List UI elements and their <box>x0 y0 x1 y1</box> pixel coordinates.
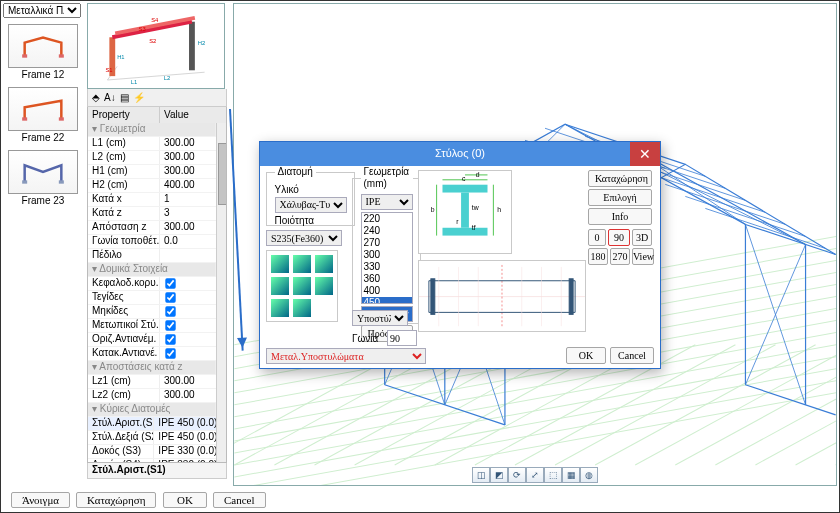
size-option[interactable]: 360 <box>362 273 412 285</box>
prop-row[interactable]: Κατά z3 <box>88 207 216 221</box>
prop-row[interactable]: Δοκός (S4)IPE 330 (0.0) <box>88 459 216 462</box>
prop-row[interactable]: H1 (cm)300.00 <box>88 165 216 179</box>
prop-checkbox[interactable] <box>165 278 175 288</box>
filter-icon[interactable]: ▤ <box>120 92 129 104</box>
frame-thumb-1[interactable] <box>8 24 78 68</box>
prop-row[interactable]: Οριζ.Αντιανέμ. <box>88 333 216 347</box>
quality-select[interactable]: S235(Fe360) <box>266 230 342 246</box>
prop-checkbox[interactable] <box>165 348 175 358</box>
prop-row[interactable]: Δοκός (S3)IPE 330 (0.0) <box>88 445 216 459</box>
support-type-select[interactable]: Υποστύλωμα <box>352 310 408 326</box>
view-tool-6[interactable]: ▦ <box>562 467 580 483</box>
view-tool-7[interactable]: ◍ <box>580 467 598 483</box>
svg-text:H2: H2 <box>198 40 205 46</box>
svg-text:H1: H1 <box>117 54 124 60</box>
save-button[interactable]: Καταχώρηση <box>76 492 156 508</box>
prop-row[interactable]: Μετωπικοί Στύ. <box>88 319 216 333</box>
frame-thumb-3[interactable] <box>8 150 78 194</box>
prop-row[interactable]: L1 (cm)300.00 <box>88 137 216 151</box>
prop-row[interactable]: Lz2 (cm)300.00 <box>88 389 216 403</box>
svg-rect-9 <box>189 22 195 71</box>
size-option[interactable]: 220 <box>362 213 412 225</box>
prop-checkbox[interactable] <box>165 306 175 316</box>
prop-section-geom[interactable]: ▾ Γεωμετρία <box>88 123 216 136</box>
prop-row[interactable]: Πέδιλο <box>88 249 216 263</box>
svg-rect-2 <box>22 117 27 120</box>
prop-checkbox[interactable] <box>165 320 175 330</box>
info-button[interactable]: Info <box>588 208 652 225</box>
view-3d-button[interactable]: 3D <box>632 229 652 246</box>
category-select[interactable]: Μεταλ.Υποστυλώματα <box>266 348 426 364</box>
view-tool-4[interactable]: ⤢ <box>526 467 544 483</box>
prop-checkbox[interactable] <box>165 292 175 302</box>
dialog-close-button[interactable]: ✕ <box>630 142 660 166</box>
svg-rect-0 <box>22 54 27 57</box>
svg-text:h: h <box>497 206 501 213</box>
prop-row[interactable]: Στύλ.Αριστ.(S1)IPE 450 (0.0) <box>88 417 216 431</box>
prop-row[interactable]: Στύλ.Δεξιά (S2)IPE 450 (0.0) <box>88 431 216 445</box>
prop-section-members[interactable]: ▾ Κύριες Διατομές <box>88 403 216 416</box>
store-button[interactable]: Καταχώρηση <box>588 170 652 187</box>
sort-a-icon[interactable]: ⬘ <box>92 92 100 104</box>
prop-row[interactable]: Απόσταση z300.00 <box>88 221 216 235</box>
prop-checkbox[interactable] <box>165 334 175 344</box>
prop-row[interactable]: Τεγίδες <box>88 291 216 305</box>
cancel-button[interactable]: Cancel <box>213 492 266 508</box>
view-tool-1[interactable]: ◫ <box>472 467 490 483</box>
svg-line-72 <box>645 172 765 212</box>
size-option[interactable]: 450 <box>362 297 412 304</box>
prop-section-spacing[interactable]: ▾ Αποστάσεις κατά z <box>88 361 216 374</box>
prop-row[interactable]: Κατακ.Αντιανέ. <box>88 347 216 361</box>
section-dialog: Στύλος (0) ✕ Διατομή Υλικό Χάλυβας-Τυπικ… <box>259 141 661 369</box>
prop-row[interactable]: Μηκίδες <box>88 305 216 319</box>
svg-rect-82 <box>461 193 469 228</box>
svg-text:L1: L1 <box>131 79 137 85</box>
rot-90-button[interactable]: 90 <box>608 229 630 246</box>
dialog-cancel-button[interactable]: Cancel <box>610 347 654 364</box>
prop-row[interactable]: Κατά x1 <box>88 193 216 207</box>
open-button[interactable]: Άνοιγμα <box>11 492 70 508</box>
svg-rect-101 <box>569 279 573 315</box>
pick-button[interactable]: Επιλογή <box>588 189 652 206</box>
quality-label: Ποιότητα <box>275 215 347 227</box>
frame-thumb-2[interactable] <box>8 87 78 131</box>
prop-section-struct[interactable]: ▾ Δομικά Στοιχεία <box>88 263 216 276</box>
prop-row[interactable]: H2 (cm)400.00 <box>88 179 216 193</box>
dim-h-button[interactable]: 270 <box>610 248 630 265</box>
prop-row[interactable]: Κεφαλοδ.κορυ. <box>88 277 216 291</box>
material-select[interactable]: Χάλυβας-Τυπικές <box>275 197 347 213</box>
dim-w-button[interactable]: 180 <box>588 248 608 265</box>
svg-text:S1: S1 <box>105 67 112 73</box>
svg-rect-81 <box>442 228 487 236</box>
size-option[interactable]: 330 <box>362 261 412 273</box>
prop-row[interactable]: Γωνία τοποθέτ.0.0 <box>88 235 216 249</box>
size-option[interactable]: 300 <box>362 249 412 261</box>
shape-select[interactable]: IPE <box>361 194 413 210</box>
frame-type-select[interactable]: Μεταλλικά Πλαίσια <box>3 3 81 18</box>
prop-scrollbar[interactable] <box>216 123 226 462</box>
property-grid[interactable]: Property Value ▾ ΓεωμετρίαL1 (cm)300.00L… <box>87 107 227 463</box>
view-tool-3[interactable]: ⟳ <box>508 467 526 483</box>
view-tool-2[interactable]: ◩ <box>490 467 508 483</box>
ok-button[interactable]: OK <box>163 492 207 508</box>
size-list[interactable]: 220240270300330360400450 <box>361 212 413 304</box>
size-option[interactable]: 240 <box>362 225 412 237</box>
rot-0-button[interactable]: 0 <box>588 229 606 246</box>
frame-preview: S1 S2 S4 S3 H1 H2 L1 L2 <box>87 3 225 89</box>
elevation-diagram <box>418 260 586 332</box>
angle-input[interactable] <box>387 330 417 346</box>
size-option[interactable]: 270 <box>362 237 412 249</box>
svg-text:L2: L2 <box>164 75 170 81</box>
section-shape-palette[interactable] <box>266 250 338 322</box>
dialog-ok-button[interactable]: OK <box>566 347 606 364</box>
size-option[interactable]: 400 <box>362 285 412 297</box>
view-button[interactable]: View <box>632 248 654 265</box>
prop-row[interactable]: L2 (cm)300.00 <box>88 151 216 165</box>
lightning-icon[interactable]: ⚡ <box>133 92 145 104</box>
prop-row[interactable]: Lz1 (cm)300.00 <box>88 375 216 389</box>
svg-rect-3 <box>59 117 64 120</box>
sort-z-icon[interactable]: A↓ <box>104 92 116 104</box>
view-tool-5[interactable]: ⬚ <box>544 467 562 483</box>
svg-text:c: c <box>462 175 466 182</box>
svg-rect-1 <box>59 54 64 57</box>
